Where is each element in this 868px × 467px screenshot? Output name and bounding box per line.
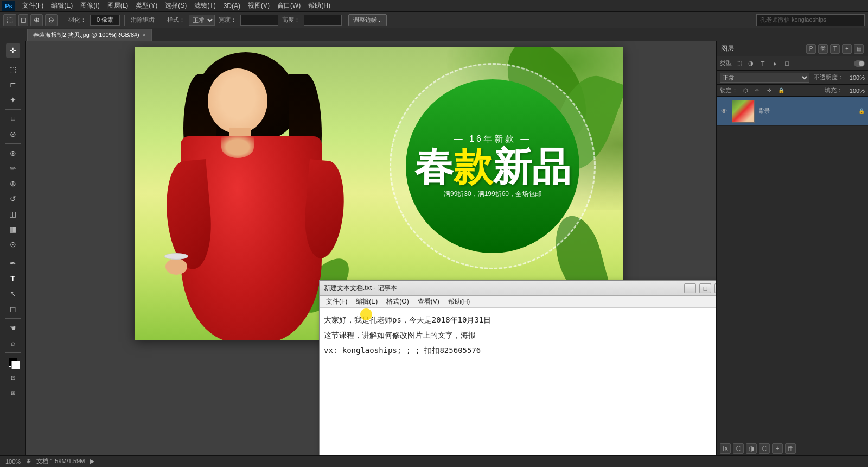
filter-text-btn[interactable]: T [758, 59, 768, 68]
lock-transparent-btn[interactable]: ⬡ [741, 86, 750, 95]
tool-eraser[interactable]: ◫ [6, 207, 20, 221]
tool-brush[interactable]: ✏ [6, 161, 20, 175]
filter-shape-btn[interactable]: ♦ [770, 59, 780, 68]
feather-label: 羽化： [67, 16, 88, 24]
blending-mode-select[interactable]: 正常 [720, 73, 809, 83]
notepad-close-btn[interactable]: ✕ [714, 283, 716, 293]
layer-item-bg[interactable]: 👁 背景 🔒 [717, 97, 868, 126]
menu-type[interactable]: 类型(Y) [132, 0, 161, 11]
badge-top-text: — 16年新款 — [454, 134, 532, 145]
lock-move-btn[interactable]: ✛ [765, 86, 774, 95]
filter-adjust-btn[interactable]: ◑ [746, 59, 756, 68]
lock-row: 锁定： ⬡ ✏ ✛ 🔒 填充： 100% [717, 85, 868, 97]
tool-zoom[interactable]: ⌕ [6, 336, 20, 350]
left-tools-panel: ✛ ⬚ ⊏ ✦ ⌗ ⊘ ⊛ ✏ ⊕ ↺ ◫ ▦ ⊙ ✒ T ↖ ◻ ☚ ⌕ ⊡ … [0, 41, 26, 455]
menu-window[interactable]: 窗口(W) [273, 0, 304, 11]
tool-history-brush[interactable]: ↺ [6, 192, 20, 206]
notepad-content-area[interactable]: 大家好，我是孔老师ps，今天是2018年10月31日 这节课程，讲解如何修改图片… [320, 308, 716, 455]
adjustment-btn[interactable]: ◑ [746, 443, 757, 454]
notepad-menu-format[interactable]: 格式(O) [382, 296, 413, 307]
tool-sep1 [5, 60, 21, 60]
notepad-menu-edit[interactable]: 编辑(E) [352, 296, 382, 307]
tool-text[interactable]: T [6, 272, 20, 286]
tool-screen-mode[interactable]: ⊞ [6, 386, 20, 400]
menu-image[interactable]: 图像(I) [76, 0, 103, 11]
tool-quick-mask[interactable]: ⊡ [6, 370, 20, 384]
tool-move[interactable]: ✛ [6, 43, 20, 58]
menu-view[interactable]: 视图(V) [244, 0, 273, 11]
delete-layer-btn[interactable]: 🗑 [785, 443, 796, 454]
tool-shape[interactable]: ◻ [6, 302, 20, 316]
progress-arrow: ▶ [90, 458, 94, 465]
tool-path-select[interactable]: ↖ [6, 287, 20, 301]
menu-3d[interactable]: 3D(A) [220, 1, 244, 11]
main-area: ✛ ⬚ ⊏ ✦ ⌗ ⊘ ⊛ ✏ ⊕ ↺ ◫ ▦ ⊙ ✒ T ↖ ◻ ☚ ⌕ ⊡ … [0, 41, 868, 455]
tool-crop[interactable]: ⌗ [6, 112, 20, 126]
badge-chun: 春 [414, 147, 454, 186]
fx-button[interactable]: fx [720, 443, 731, 454]
toolbar-marquee-icon[interactable]: ⬚ [3, 14, 16, 26]
search-bar[interactable]: 孔老师微信 konglaoships [756, 14, 865, 26]
height-input[interactable] [304, 15, 342, 26]
tool-dodge[interactable]: ⊙ [6, 237, 20, 251]
filter-toggle[interactable] [854, 60, 865, 67]
width-input[interactable] [240, 15, 278, 26]
notepad-menu-help[interactable]: 帮助(H) [444, 296, 475, 307]
layers-effect-btn[interactable]: ✦ [842, 44, 852, 54]
tool-magic-wand[interactable]: ✦ [6, 93, 20, 107]
toolbar-minus-icon[interactable]: ⊖ [45, 14, 58, 26]
notepad-maximize-btn[interactable]: □ [699, 283, 711, 293]
layers-type-btn[interactable]: 类 [818, 44, 828, 54]
layers-panel-toolbar: P 类 T ✦ ▤ [806, 44, 864, 54]
tool-sep2 [5, 109, 21, 110]
layers-T-btn[interactable]: T [830, 44, 840, 54]
tool-marquee-rect[interactable]: ⬚ [6, 62, 20, 77]
filter-smart-btn[interactable]: ◻ [782, 59, 792, 68]
badge-inner-circle: — 16年新款 — 春 款 新品 满99折30，满199折60，全场包邮 [406, 79, 579, 253]
menu-help[interactable]: 帮助(H) [304, 0, 334, 11]
woman-face [208, 68, 267, 134]
menu-file[interactable]: 文件(F) [18, 0, 47, 11]
add-mask-btn[interactable]: ⬡ [733, 443, 744, 454]
feather-input[interactable] [90, 15, 120, 26]
lock-all-btn[interactable]: 🔒 [777, 86, 786, 95]
notepad-menu-view[interactable]: 查看(V) [413, 296, 444, 307]
notepad-menu-file[interactable]: 文件(F) [322, 296, 352, 307]
tool-foreground-color[interactable] [6, 355, 20, 369]
menu-edit[interactable]: 编辑(E) [47, 0, 76, 11]
menu-filter[interactable]: 滤镜(T) [190, 0, 219, 11]
tool-clone-stamp[interactable]: ⊕ [6, 176, 20, 191]
lock-label: 锁定： [720, 86, 738, 94]
menu-bar: Ps 文件(F) 编辑(E) 图像(I) 图层(L) 类型(Y) 选择(S) 滤… [0, 0, 868, 12]
layer-name-bg: 背景 [758, 107, 855, 115]
lock-brush-btn[interactable]: ✏ [753, 86, 762, 95]
toolbar-combined-icon[interactable]: ⊕ [30, 14, 43, 26]
style-select[interactable]: 正常 [189, 15, 215, 26]
layers-search-btn[interactable]: P [806, 44, 816, 54]
doc-tab-close[interactable]: × [143, 32, 146, 38]
canvas-area[interactable]: — 16年新款 — 春 款 新品 满99折30，满199折60，全场包邮 新建文… [26, 41, 716, 455]
tool-lasso[interactable]: ⊏ [6, 78, 20, 92]
tool-pen[interactable]: ✒ [6, 256, 20, 270]
tool-gradient[interactable]: ▦ [6, 222, 20, 236]
tool-eyedropper[interactable]: ⊘ [6, 127, 20, 141]
notepad-line3: vx: konglaoships; ; ; 扣扣825605576 [324, 343, 716, 358]
ps-logo: Ps [2, 1, 15, 11]
menu-layer[interactable]: 图层(L) [104, 0, 132, 11]
tool-spot-heal[interactable]: ⊛ [6, 146, 20, 160]
doc-tab-active[interactable]: 春装海报制2 拷贝.jpg @ 100%(RGB/8#) × [27, 29, 152, 41]
tool-hand[interactable]: ☚ [6, 321, 20, 335]
filter-pixel-btn[interactable]: ⬚ [734, 59, 744, 68]
layers-adj-btn[interactable]: ▤ [854, 44, 864, 54]
adjust-edge-button[interactable]: 调整边缘... [348, 14, 387, 26]
badge-offer-text: 满99折30，满199折60，全场包邮 [444, 190, 541, 199]
toolbar-rect-icon[interactable]: ◻ [18, 14, 28, 26]
filter-label: 类型 [720, 59, 732, 67]
notepad-minimize-btn[interactable]: — [684, 283, 696, 293]
group-btn[interactable]: ⬡ [759, 443, 770, 454]
layer-visibility-eye[interactable]: 👁 [720, 107, 729, 116]
new-layer-btn[interactable]: + [772, 443, 783, 454]
menu-select[interactable]: 选择(S) [161, 0, 190, 11]
notepad-title: 新建文本文档.txt - 记事本 [324, 283, 681, 293]
blending-mode-row: 正常 不透明度： 100% [717, 71, 868, 85]
